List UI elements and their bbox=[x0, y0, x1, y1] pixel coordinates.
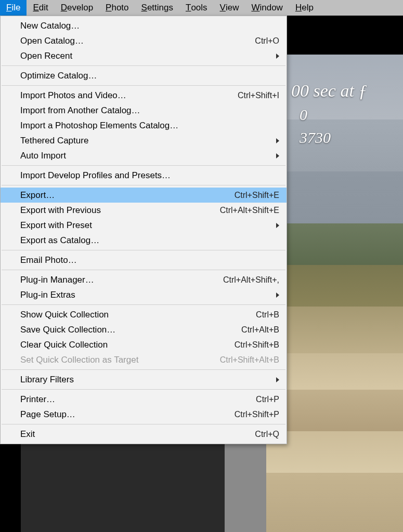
menu-item-plug-in-extras[interactable]: Plug-in Extras bbox=[1, 287, 287, 302]
menubar-item-tools[interactable]: Tools bbox=[179, 0, 214, 16]
menu-item-export-with-preset[interactable]: Export with Preset bbox=[1, 218, 287, 233]
menu-item-label: Exit bbox=[20, 429, 255, 440]
menubar[interactable]: FileEditDevelopPhotoSettingsToolsViewWin… bbox=[0, 0, 403, 16]
menubar-item-edit[interactable]: Edit bbox=[27, 0, 54, 16]
menu-item-open-catalog[interactable]: Open Catalog…Ctrl+O bbox=[1, 33, 287, 48]
menu-item-import-photos-and-video[interactable]: Import Photos and Video…Ctrl+Shift+I bbox=[1, 88, 287, 103]
menu-item-shortcut: Ctrl+Alt+Shift+, bbox=[223, 275, 279, 285]
menubar-item-file[interactable]: File bbox=[0, 0, 27, 16]
menu-item-label: Import Develop Profiles and Presets… bbox=[20, 170, 279, 181]
menu-item-shortcut: Ctrl+Alt+Shift+E bbox=[220, 206, 279, 215]
menu-separator bbox=[2, 250, 285, 250]
menubar-item-photo[interactable]: Photo bbox=[99, 0, 135, 16]
menu-item-label: Optimize Catalog… bbox=[20, 71, 279, 81]
menu-separator bbox=[2, 65, 285, 66]
menubar-item-settings[interactable]: Settings bbox=[135, 0, 179, 16]
menu-item-label: Export with Preset bbox=[20, 220, 279, 231]
menu-item-shortcut: Ctrl+P bbox=[256, 395, 279, 404]
chevron-right-icon bbox=[276, 153, 279, 158]
menu-separator bbox=[2, 389, 285, 390]
menu-item-shortcut: Ctrl+Q bbox=[255, 430, 279, 439]
menu-item-label: Open Recent bbox=[20, 51, 279, 61]
menu-item-set-quick-collection-as-target: Set Quick Collection as TargetCtrl+Shift… bbox=[1, 352, 287, 367]
menu-item-export[interactable]: Export…Ctrl+Shift+E bbox=[1, 188, 287, 203]
menu-item-plug-in-manager[interactable]: Plug-in Manager…Ctrl+Alt+Shift+, bbox=[1, 272, 287, 287]
menu-item-shortcut: Ctrl+B bbox=[256, 310, 279, 320]
menu-item-label: Email Photo… bbox=[20, 255, 279, 265]
menu-item-export-with-previous[interactable]: Export with PreviousCtrl+Alt+Shift+E bbox=[1, 203, 287, 218]
menu-item-label: Printer… bbox=[20, 394, 256, 405]
menu-item-label: Export with Previous bbox=[20, 205, 220, 216]
menu-item-label: Plug-in Manager… bbox=[20, 275, 223, 285]
menu-item-email-photo[interactable]: Email Photo… bbox=[1, 252, 287, 268]
menu-item-label: Tethered Capture bbox=[20, 136, 279, 146]
exposure-line3: 3730 bbox=[291, 126, 367, 149]
menu-item-import-develop-profiles-and-presets[interactable]: Import Develop Profiles and Presets… bbox=[1, 168, 287, 183]
chevron-right-icon bbox=[276, 377, 279, 382]
menu-item-label: Set Quick Collection as Target bbox=[20, 355, 220, 365]
menu-item-label: Page Setup… bbox=[20, 409, 235, 420]
menu-item-shortcut: Ctrl+Shift+I bbox=[238, 91, 279, 100]
chevron-right-icon bbox=[276, 54, 279, 59]
menu-item-shortcut: Ctrl+Shift+P bbox=[235, 410, 279, 419]
file-menu-dropdown[interactable]: New Catalog…Open Catalog…Ctrl+OOpen Rece… bbox=[0, 16, 287, 444]
menu-item-tethered-capture[interactable]: Tethered Capture bbox=[1, 133, 287, 148]
menu-separator bbox=[2, 369, 285, 370]
menu-item-shortcut: Ctrl+Alt+B bbox=[241, 325, 279, 335]
menu-item-label: Show Quick Collection bbox=[20, 310, 256, 320]
menu-item-library-filters[interactable]: Library Filters bbox=[1, 372, 287, 387]
menu-item-optimize-catalog[interactable]: Optimize Catalog… bbox=[1, 68, 287, 83]
menu-item-import-a-photoshop-elements-catalog[interactable]: Import a Photoshop Elements Catalog… bbox=[1, 118, 287, 133]
menu-separator bbox=[2, 185, 285, 185]
menu-item-page-setup[interactable]: Page Setup…Ctrl+Shift+P bbox=[1, 407, 287, 422]
menu-item-label: Import a Photoshop Elements Catalog… bbox=[20, 121, 279, 131]
exposure-line2: 0 bbox=[291, 103, 367, 126]
menu-item-exit[interactable]: ExitCtrl+Q bbox=[1, 427, 287, 442]
menu-item-label: Import Photos and Video… bbox=[20, 90, 238, 101]
menu-separator bbox=[2, 304, 285, 305]
menubar-item-develop[interactable]: Develop bbox=[55, 0, 99, 16]
menu-item-show-quick-collection[interactable]: Show Quick CollectionCtrl+B bbox=[1, 307, 287, 322]
menu-item-shortcut: Ctrl+Shift+Alt+B bbox=[220, 355, 279, 365]
menu-item-printer[interactable]: Printer…Ctrl+P bbox=[1, 392, 287, 407]
chevron-right-icon bbox=[276, 292, 279, 298]
menu-item-shortcut: Ctrl+Shift+E bbox=[235, 191, 279, 200]
menu-item-label: Plug-in Extras bbox=[20, 290, 279, 300]
menu-item-label: Export… bbox=[20, 190, 235, 201]
menu-item-clear-quick-collection[interactable]: Clear Quick CollectionCtrl+Shift+B bbox=[1, 337, 287, 352]
menu-item-label: Export as Catalog… bbox=[20, 235, 279, 246]
menu-item-label: Save Quick Collection… bbox=[20, 325, 241, 335]
photo-metadata-overlay: 00 sec at ƒ 0 3730 bbox=[291, 78, 367, 149]
menu-item-label: Open Catalog… bbox=[20, 36, 255, 46]
menu-item-new-catalog[interactable]: New Catalog… bbox=[1, 18, 287, 33]
menubar-item-view[interactable]: View bbox=[214, 0, 245, 16]
menu-item-open-recent[interactable]: Open Recent bbox=[1, 48, 287, 63]
menu-item-save-quick-collection[interactable]: Save Quick Collection…Ctrl+Alt+B bbox=[1, 322, 287, 337]
menu-item-label: New Catalog… bbox=[20, 21, 279, 31]
exposure-text: 00 sec at ƒ bbox=[291, 78, 367, 103]
menu-item-label: Library Filters bbox=[20, 375, 279, 385]
menu-separator bbox=[2, 165, 285, 166]
menu-item-export-as-catalog[interactable]: Export as Catalog… bbox=[1, 233, 287, 248]
menu-item-label: Auto Import bbox=[20, 151, 279, 161]
chevron-right-icon bbox=[276, 223, 279, 228]
menu-item-import-from-another-catalog[interactable]: Import from Another Catalog… bbox=[1, 103, 287, 118]
menu-separator bbox=[2, 85, 285, 86]
menu-item-shortcut: Ctrl+Shift+B bbox=[235, 340, 279, 350]
chevron-right-icon bbox=[276, 138, 279, 143]
menu-item-label: Import from Another Catalog… bbox=[20, 105, 279, 116]
menu-separator bbox=[2, 424, 285, 424]
menu-item-label: Clear Quick Collection bbox=[20, 340, 235, 350]
menu-item-auto-import[interactable]: Auto Import bbox=[1, 148, 287, 163]
menubar-item-window[interactable]: Window bbox=[245, 0, 289, 16]
menu-separator bbox=[2, 270, 285, 270]
menu-item-shortcut: Ctrl+O bbox=[255, 36, 279, 46]
menubar-item-help[interactable]: Help bbox=[289, 0, 320, 16]
